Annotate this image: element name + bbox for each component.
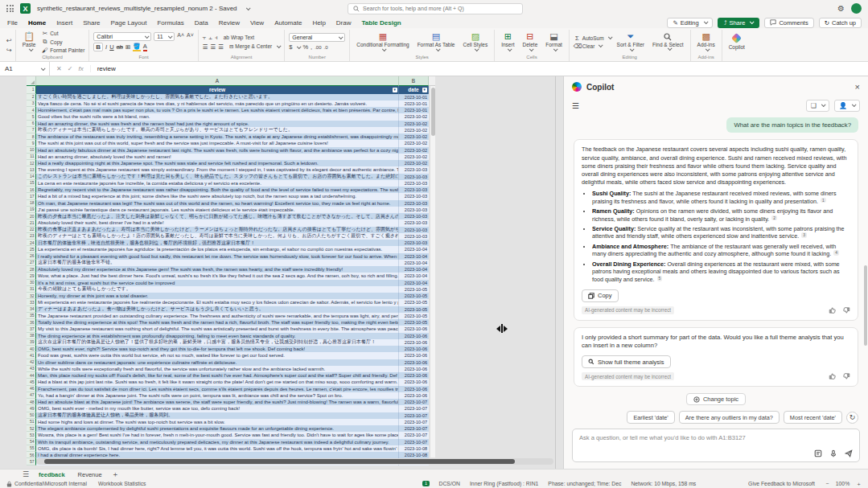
review-cell[interactable]: My visit to this Japanese restaurant was…: [36, 326, 399, 332]
send-icon[interactable]: [845, 449, 853, 457]
increase-decimal-button[interactable]: .00: [315, 45, 321, 50]
give-feedback-link[interactable]: Give Feedback to Microsoft: [748, 481, 815, 486]
review-cell[interactable]: Had a really disappointing night at this…: [36, 160, 399, 166]
review-cell[interactable]: Wow, what a place. Just had the best din…: [36, 273, 399, 279]
review-cell[interactable]: 昨夜の夕食は本当に最悪だったよ。注文した刺身は新鮮じゃなくて、明らかに日数が経っ…: [36, 213, 399, 219]
row-number[interactable]: 34: [27, 306, 36, 313]
borders-button[interactable]: ⊞: [125, 43, 130, 51]
font-name-select[interactable]: Calibri: [93, 32, 151, 41]
row-number[interactable]: 26: [27, 253, 36, 260]
review-cell[interactable]: Had an amazing dinner, absolutely loved …: [36, 154, 399, 160]
bold-button[interactable]: B: [93, 43, 103, 51]
settings-gear-icon[interactable]: ⚙: [837, 5, 845, 13]
show-theme-analysis-button[interactable]: Show full theme analysis: [582, 355, 671, 368]
row-number[interactable]: 54: [27, 439, 36, 445]
microphone-icon[interactable]: [829, 449, 837, 457]
refresh-suggestions-button[interactable]: ↻: [846, 412, 858, 424]
row-number[interactable]: 7: [27, 127, 36, 133]
ribbon-tab-formulas[interactable]: Formulas: [156, 18, 184, 28]
date-cell[interactable]: 2023-10-07: [399, 439, 429, 445]
date-cell[interactable]: 2023-10-07: [399, 412, 429, 419]
date-cell[interactable]: 2023-10-06: [399, 392, 429, 399]
review-cell[interactable]: Wowza, this place is a gem! Best sushi I…: [36, 432, 399, 438]
review-cell[interactable]: Absolutely loved their sushi, best dinne…: [36, 219, 399, 226]
date-cell[interactable]: 2023-10-04: [399, 260, 429, 266]
review-cell[interactable]: Man, this place rocked my socks off! Foo…: [36, 372, 399, 379]
review-cell[interactable]: I really wished for a pleasant evening w…: [36, 253, 399, 260]
date-cell[interactable]: 2023-10-05: [399, 286, 429, 293]
review-cell[interactable]: Had an absolutely fabulous dinner at thi…: [36, 147, 399, 154]
date-cell[interactable]: 2023-10-07: [399, 399, 429, 405]
review-cell[interactable]: Absolutely loved my dinner experience at…: [36, 266, 399, 273]
table-header-review[interactable]: review▾: [36, 86, 399, 94]
ribbon-tab-data[interactable]: Data: [194, 18, 209, 28]
search-input[interactable]: Search for tools, help and more (Alt + Q…: [348, 3, 523, 14]
review-cell[interactable]: The dining experience at this establishm…: [36, 333, 399, 339]
row-number[interactable]: 27: [27, 260, 36, 266]
editing-mode-button[interactable]: ✎Editing: [667, 18, 712, 28]
row-number[interactable]: 43: [27, 366, 36, 372]
row-number[interactable]: 24: [27, 240, 36, 246]
row-number[interactable]: 16: [27, 187, 36, 193]
review-cell[interactable]: Food was great, sushis were outta this w…: [36, 352, 399, 359]
row-number[interactable]: 56: [27, 452, 36, 458]
review-cell[interactable]: Regrettably, my recent visit to the Japa…: [36, 187, 399, 193]
comments-button[interactable]: Comments: [764, 18, 813, 28]
date-cell[interactable]: 2023-10-08: [399, 445, 429, 452]
row-number[interactable]: 18: [27, 200, 36, 207]
review-cell[interactable]: Un dîner sublime dans ce restaurant japo…: [36, 359, 399, 366]
thumbs-up-icon[interactable]: [829, 306, 837, 314]
review-cell[interactable]: 昨夜の食事は正直まあまあだったよ。寿司は本当に美味しかったけど、ラーメンはちょっ…: [36, 227, 399, 233]
merge-center-button[interactable]: ⊟ Merge & Center: [229, 43, 272, 50]
title-chevron-icon[interactable]: [245, 6, 250, 10]
sheet-tab-feedback[interactable]: feedback: [37, 470, 67, 479]
review-cell[interactable]: Totally loved the dining experience at t…: [36, 319, 399, 326]
date-cell[interactable]: 2023-10-01: [399, 94, 429, 100]
review-cell[interactable]: ディナーはまあまあだったよ。食べ物は美味しかったけど、サービスはもう少し良くても…: [36, 306, 399, 313]
date-cell[interactable]: 2023-10-05: [399, 299, 429, 306]
citation-badge[interactable]: 1: [821, 198, 826, 203]
row-number[interactable]: 38: [27, 333, 36, 339]
conversation-menu-icon[interactable]: ☰: [572, 101, 579, 110]
review-cell[interactable]: 今夜の経験はとても素晴らしかったです。: [36, 286, 399, 293]
date-cell[interactable]: 2023-10-02: [399, 121, 429, 127]
review-cell[interactable]: OMG, best sushi ever - melted in my mout…: [36, 405, 399, 412]
date-cell[interactable]: 2023-10-06: [399, 339, 429, 346]
table-header-date[interactable]: date▾: [399, 86, 429, 94]
date-cell[interactable]: 2023-10-02: [399, 113, 429, 120]
review-cell[interactable]: It's a hit and miss, great sushi but the…: [36, 280, 399, 286]
row-number[interactable]: 10: [27, 147, 36, 154]
autosum-button[interactable]: ΣAutoSum: [574, 35, 611, 42]
date-cell[interactable]: 2023-10-02: [399, 154, 429, 160]
row-number[interactable]: 48: [27, 399, 36, 405]
insert-cells-button[interactable]: ⊞Insert: [499, 31, 516, 51]
wrap-text-button[interactable]: ab Wrap Text: [224, 34, 254, 41]
paste-button[interactable]: 📋Paste: [20, 31, 39, 51]
undo-button[interactable]: ↩: [6, 37, 12, 44]
row-number[interactable]: 19: [27, 207, 36, 213]
review-cell[interactable]: Had some highs and lows at dinner. The s…: [36, 419, 399, 425]
review-cell[interactable]: The sushi at this joint was out of this …: [36, 140, 399, 146]
pane-view-button[interactable]: ❏: [806, 100, 829, 112]
review-cell[interactable]: La experiencia en el restaurante japonés…: [36, 246, 399, 252]
row-number[interactable]: 23: [27, 233, 36, 240]
ribbon-tab-automate[interactable]: Automate: [274, 18, 302, 28]
date-cell[interactable]: 2023-10-04: [399, 253, 429, 260]
date-cell[interactable]: 2023-10-04: [399, 280, 429, 286]
column-header-b[interactable]: B: [399, 76, 429, 86]
percent-format-button[interactable]: %: [302, 43, 308, 51]
row-number[interactable]: 6: [27, 121, 36, 127]
review-cell[interactable]: 这次在这家日本餐厅的体验真是让人惊艳了！提供了很多好吃的菜，新鲜美味，口感丰富，…: [36, 339, 399, 346]
thumbs-up-icon[interactable]: [829, 372, 837, 380]
date-cell[interactable]: 2023-10-05: [399, 293, 429, 299]
row-number[interactable]: 37: [27, 326, 36, 332]
format-cells-button[interactable]: ⬓Format: [543, 31, 565, 51]
zoom-in-button[interactable]: ＋: [856, 480, 862, 488]
date-cell[interactable]: 2023-10-02: [399, 147, 429, 154]
accounting-format-button[interactable]: $: [289, 43, 292, 51]
row-number[interactable]: 49: [27, 405, 36, 412]
citation-badge[interactable]: 4: [833, 250, 839, 256]
row-number[interactable]: 2: [27, 94, 36, 100]
cut-button[interactable]: ✂Cut: [41, 30, 84, 37]
align-bottom-button[interactable]: ⫞: [215, 34, 218, 42]
